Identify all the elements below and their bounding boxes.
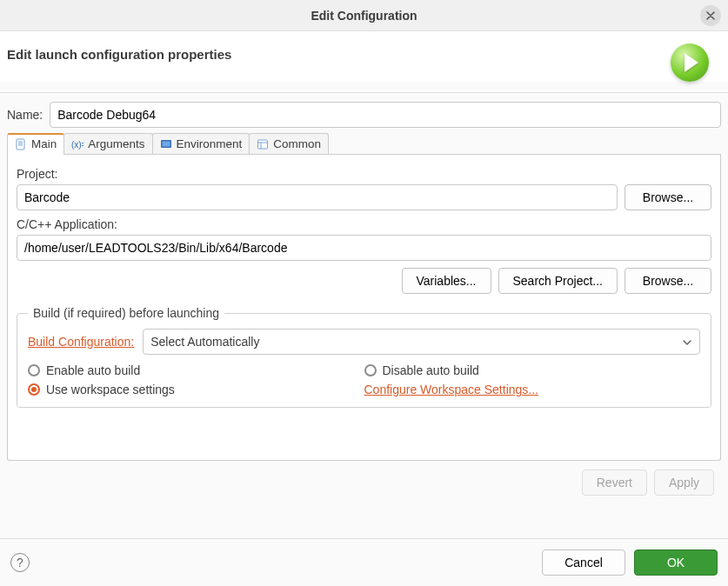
radio-dot-icon <box>364 364 377 376</box>
build-config-row: Build Configuration: Select Automaticall… <box>28 329 700 355</box>
use-workspace-label: Use workspace settings <box>46 383 175 396</box>
footer: ? Cancel OK <box>0 538 728 586</box>
tab-arguments-label: Arguments <box>88 137 144 150</box>
ok-button[interactable]: OK <box>634 549 718 576</box>
cancel-button[interactable]: Cancel <box>542 549 625 576</box>
header: Edit launch configuration properties <box>0 31 728 82</box>
tab-main-label: Main <box>31 137 57 150</box>
apply-button[interactable]: Apply <box>654 469 714 496</box>
configure-workspace-cell: Configure Workspace Settings... <box>364 383 701 396</box>
radio-dot-icon <box>28 383 40 396</box>
name-row: Name: <box>7 102 721 128</box>
svg-rect-0 <box>17 139 24 150</box>
tab-main[interactable]: Main <box>7 133 64 154</box>
app-input[interactable] <box>17 235 711 261</box>
window-title: Edit Configuration <box>311 9 417 23</box>
run-icon <box>671 43 709 82</box>
variables-button[interactable]: Variables... <box>402 268 491 294</box>
project-input[interactable] <box>17 184 618 210</box>
app-label: C/C++ Application: <box>17 217 711 231</box>
search-project-button[interactable]: Search Project... <box>498 268 618 294</box>
document-icon <box>15 138 27 150</box>
arguments-icon: (x)= <box>71 138 83 150</box>
page-title: Edit launch configuration properties <box>7 47 231 62</box>
project-label: Project: <box>17 167 711 181</box>
tab-environment[interactable]: Environment <box>152 133 250 154</box>
build-radio-grid: Enable auto build Disable auto build Use… <box>28 363 700 396</box>
radio-dot-icon <box>28 364 40 376</box>
svg-rect-7 <box>258 140 268 149</box>
name-label: Name: <box>7 108 43 122</box>
build-group: Build (if required) before launching Bui… <box>17 306 711 408</box>
disable-auto-label: Disable auto build <box>383 363 479 377</box>
app-buttons: Variables... Search Project... Browse... <box>17 268 711 294</box>
radio-use-workspace-settings[interactable]: Use workspace settings <box>28 383 364 396</box>
titlebar: Edit Configuration <box>0 0 728 31</box>
close-icon[interactable] <box>700 5 721 26</box>
enable-auto-label: Enable auto build <box>46 363 140 377</box>
help-icon[interactable]: ? <box>10 553 30 572</box>
radio-disable-auto-build[interactable]: Disable auto build <box>364 363 701 377</box>
chevron-down-icon <box>682 336 692 347</box>
revert-button[interactable]: Revert <box>582 469 647 496</box>
tab-environment-label: Environment <box>177 137 243 150</box>
svg-text:(x)=: (x)= <box>71 140 83 150</box>
environment-icon <box>160 138 172 150</box>
revert-apply-row: Revert Apply <box>7 461 721 504</box>
configure-workspace-link[interactable]: Configure Workspace Settings... <box>364 383 539 396</box>
project-browse-button[interactable]: Browse... <box>624 184 711 210</box>
build-config-select[interactable]: Select Automatically <box>143 329 700 355</box>
tab-common[interactable]: Common <box>249 133 329 154</box>
svg-rect-6 <box>162 141 170 146</box>
tab-arguments[interactable]: (x)= Arguments <box>63 133 152 154</box>
build-config-value: Select Automatically <box>150 335 259 349</box>
tabs: Main (x)= Arguments Environment Common <box>7 133 721 155</box>
app-browse-button[interactable]: Browse... <box>624 268 711 294</box>
project-row: Browse... <box>17 184 711 210</box>
radio-enable-auto-build[interactable]: Enable auto build <box>28 363 364 377</box>
build-config-label[interactable]: Build Configuration: <box>28 335 134 349</box>
tab-common-label: Common <box>273 137 321 150</box>
body: Name: Main (x)= Arguments Environment <box>0 93 728 504</box>
tab-main-pane: Project: Browse... C/C++ Application: Va… <box>7 155 721 461</box>
build-legend: Build (if required) before launching <box>28 306 224 320</box>
name-input[interactable] <box>50 102 721 128</box>
common-icon <box>257 138 269 150</box>
